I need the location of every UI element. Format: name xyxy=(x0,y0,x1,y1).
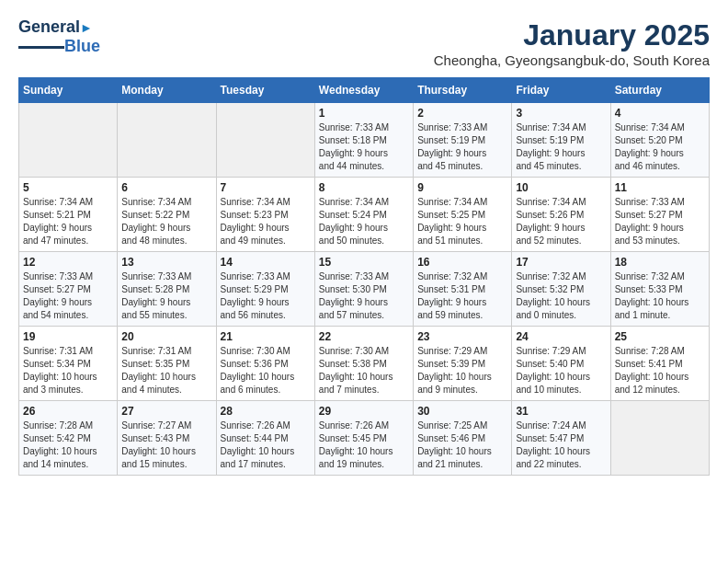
day-number: 15 xyxy=(319,256,409,269)
day-number: 9 xyxy=(417,181,507,194)
day-cell: 27Sunrise: 7:27 AM Sunset: 5:43 PM Dayli… xyxy=(118,401,216,476)
day-info: Sunrise: 7:26 AM Sunset: 5:44 PM Dayligh… xyxy=(221,419,311,471)
day-cell: 10Sunrise: 7:34 AM Sunset: 5:26 PM Dayli… xyxy=(512,178,610,252)
calendar-subtitle: Cheongha, Gyeongsangbuk-do, South Korea xyxy=(434,52,710,68)
day-cell: 2Sunrise: 7:33 AM Sunset: 5:19 PM Daylig… xyxy=(414,103,512,178)
day-number: 11 xyxy=(615,181,705,194)
day-cell: 7Sunrise: 7:34 AM Sunset: 5:23 PM Daylig… xyxy=(216,178,314,252)
week-row-3: 12Sunrise: 7:33 AM Sunset: 5:27 PM Dayli… xyxy=(19,252,710,327)
header-cell-sunday: Sunday xyxy=(19,78,118,103)
day-cell xyxy=(216,103,314,178)
day-cell: 12Sunrise: 7:33 AM Sunset: 5:27 PM Dayli… xyxy=(19,252,118,327)
day-number: 27 xyxy=(121,405,211,418)
day-cell: 19Sunrise: 7:31 AM Sunset: 5:34 PM Dayli… xyxy=(19,327,118,401)
day-number: 17 xyxy=(516,256,606,269)
day-cell: 23Sunrise: 7:29 AM Sunset: 5:39 PM Dayli… xyxy=(414,327,512,401)
day-number: 1 xyxy=(319,107,409,120)
week-row-2: 5Sunrise: 7:34 AM Sunset: 5:21 PM Daylig… xyxy=(19,178,710,252)
header-cell-monday: Monday xyxy=(118,78,216,103)
day-cell: 1Sunrise: 7:33 AM Sunset: 5:18 PM Daylig… xyxy=(314,103,413,178)
day-cell: 9Sunrise: 7:34 AM Sunset: 5:25 PM Daylig… xyxy=(414,178,512,252)
day-info: Sunrise: 7:29 AM Sunset: 5:40 PM Dayligh… xyxy=(516,345,606,396)
day-cell: 11Sunrise: 7:33 AM Sunset: 5:27 PM Dayli… xyxy=(610,178,709,252)
day-cell: 17Sunrise: 7:32 AM Sunset: 5:32 PM Dayli… xyxy=(512,252,610,327)
day-number: 21 xyxy=(221,330,311,343)
day-info: Sunrise: 7:34 AM Sunset: 5:25 PM Dayligh… xyxy=(417,196,507,247)
day-number: 8 xyxy=(319,181,409,194)
day-cell xyxy=(610,401,709,476)
day-number: 30 xyxy=(417,405,507,418)
day-number: 2 xyxy=(417,107,507,120)
logo-line xyxy=(18,46,64,49)
day-info: Sunrise: 7:34 AM Sunset: 5:22 PM Dayligh… xyxy=(121,196,211,247)
logo: General► Blue xyxy=(18,18,100,56)
day-info: Sunrise: 7:32 AM Sunset: 5:31 PM Dayligh… xyxy=(417,270,507,322)
day-cell: 5Sunrise: 7:34 AM Sunset: 5:21 PM Daylig… xyxy=(19,178,118,252)
day-number: 26 xyxy=(23,405,113,418)
day-cell: 24Sunrise: 7:29 AM Sunset: 5:40 PM Dayli… xyxy=(512,327,610,401)
day-cell: 8Sunrise: 7:34 AM Sunset: 5:24 PM Daylig… xyxy=(314,178,413,252)
day-number: 22 xyxy=(319,330,409,343)
day-info: Sunrise: 7:31 AM Sunset: 5:35 PM Dayligh… xyxy=(121,345,211,396)
day-number: 13 xyxy=(121,256,211,269)
day-cell: 15Sunrise: 7:33 AM Sunset: 5:30 PM Dayli… xyxy=(314,252,413,327)
calendar-body: 1Sunrise: 7:33 AM Sunset: 5:18 PM Daylig… xyxy=(19,103,710,476)
day-info: Sunrise: 7:25 AM Sunset: 5:46 PM Dayligh… xyxy=(417,419,507,471)
day-cell: 16Sunrise: 7:32 AM Sunset: 5:31 PM Dayli… xyxy=(414,252,512,327)
day-number: 31 xyxy=(516,405,606,418)
day-info: Sunrise: 7:33 AM Sunset: 5:19 PM Dayligh… xyxy=(417,121,507,173)
header-cell-thursday: Thursday xyxy=(414,78,512,103)
day-number: 18 xyxy=(615,256,705,269)
day-info: Sunrise: 7:33 AM Sunset: 5:27 PM Dayligh… xyxy=(23,270,113,322)
day-cell: 31Sunrise: 7:24 AM Sunset: 5:47 PM Dayli… xyxy=(512,401,610,476)
day-number: 14 xyxy=(221,256,311,269)
day-number: 23 xyxy=(417,330,507,343)
day-info: Sunrise: 7:34 AM Sunset: 5:21 PM Dayligh… xyxy=(23,196,113,247)
week-row-4: 19Sunrise: 7:31 AM Sunset: 5:34 PM Dayli… xyxy=(19,327,710,401)
day-number: 24 xyxy=(516,330,606,343)
day-info: Sunrise: 7:32 AM Sunset: 5:32 PM Dayligh… xyxy=(516,270,606,322)
day-number: 25 xyxy=(615,330,705,343)
day-number: 7 xyxy=(221,181,311,194)
day-number: 28 xyxy=(221,405,311,418)
day-number: 3 xyxy=(516,107,606,120)
day-info: Sunrise: 7:28 AM Sunset: 5:41 PM Dayligh… xyxy=(615,345,705,396)
calendar-header-row: SundayMondayTuesdayWednesdayThursdayFrid… xyxy=(19,78,710,103)
day-info: Sunrise: 7:34 AM Sunset: 5:20 PM Dayligh… xyxy=(615,121,705,173)
day-info: Sunrise: 7:34 AM Sunset: 5:26 PM Dayligh… xyxy=(516,196,606,247)
day-info: Sunrise: 7:33 AM Sunset: 5:27 PM Dayligh… xyxy=(615,196,705,247)
header-cell-tuesday: Tuesday xyxy=(216,78,314,103)
day-cell: 21Sunrise: 7:30 AM Sunset: 5:36 PM Dayli… xyxy=(216,327,314,401)
day-cell: 29Sunrise: 7:26 AM Sunset: 5:45 PM Dayli… xyxy=(314,401,413,476)
calendar-table: SundayMondayTuesdayWednesdayThursdayFrid… xyxy=(18,77,710,476)
day-info: Sunrise: 7:30 AM Sunset: 5:38 PM Dayligh… xyxy=(319,345,409,396)
header-cell-friday: Friday xyxy=(512,78,610,103)
day-info: Sunrise: 7:33 AM Sunset: 5:18 PM Dayligh… xyxy=(319,121,409,173)
header-cell-wednesday: Wednesday xyxy=(314,78,413,103)
day-cell: 30Sunrise: 7:25 AM Sunset: 5:46 PM Dayli… xyxy=(414,401,512,476)
day-cell: 13Sunrise: 7:33 AM Sunset: 5:28 PM Dayli… xyxy=(118,252,216,327)
day-number: 5 xyxy=(23,181,113,194)
day-cell xyxy=(118,103,216,178)
day-cell: 22Sunrise: 7:30 AM Sunset: 5:38 PM Dayli… xyxy=(314,327,413,401)
day-info: Sunrise: 7:29 AM Sunset: 5:39 PM Dayligh… xyxy=(417,345,507,396)
day-number: 19 xyxy=(23,330,113,343)
calendar-title: January 2025 xyxy=(434,18,710,52)
day-cell: 18Sunrise: 7:32 AM Sunset: 5:33 PM Dayli… xyxy=(610,252,709,327)
logo-blue: Blue xyxy=(64,37,100,56)
day-cell xyxy=(19,103,118,178)
day-info: Sunrise: 7:34 AM Sunset: 5:23 PM Dayligh… xyxy=(221,196,311,247)
header: General► Blue January 2025 Cheongha, Gye… xyxy=(18,18,710,68)
week-row-1: 1Sunrise: 7:33 AM Sunset: 5:18 PM Daylig… xyxy=(19,103,710,178)
day-info: Sunrise: 7:33 AM Sunset: 5:29 PM Dayligh… xyxy=(221,270,311,322)
day-cell: 6Sunrise: 7:34 AM Sunset: 5:22 PM Daylig… xyxy=(118,178,216,252)
day-number: 10 xyxy=(516,181,606,194)
day-info: Sunrise: 7:32 AM Sunset: 5:33 PM Dayligh… xyxy=(615,270,705,322)
day-info: Sunrise: 7:26 AM Sunset: 5:45 PM Dayligh… xyxy=(319,419,409,471)
day-number: 4 xyxy=(615,107,705,120)
day-number: 29 xyxy=(319,405,409,418)
logo-text: General► xyxy=(18,18,93,37)
day-cell: 20Sunrise: 7:31 AM Sunset: 5:35 PM Dayli… xyxy=(118,327,216,401)
day-cell: 28Sunrise: 7:26 AM Sunset: 5:44 PM Dayli… xyxy=(216,401,314,476)
day-number: 6 xyxy=(121,181,211,194)
